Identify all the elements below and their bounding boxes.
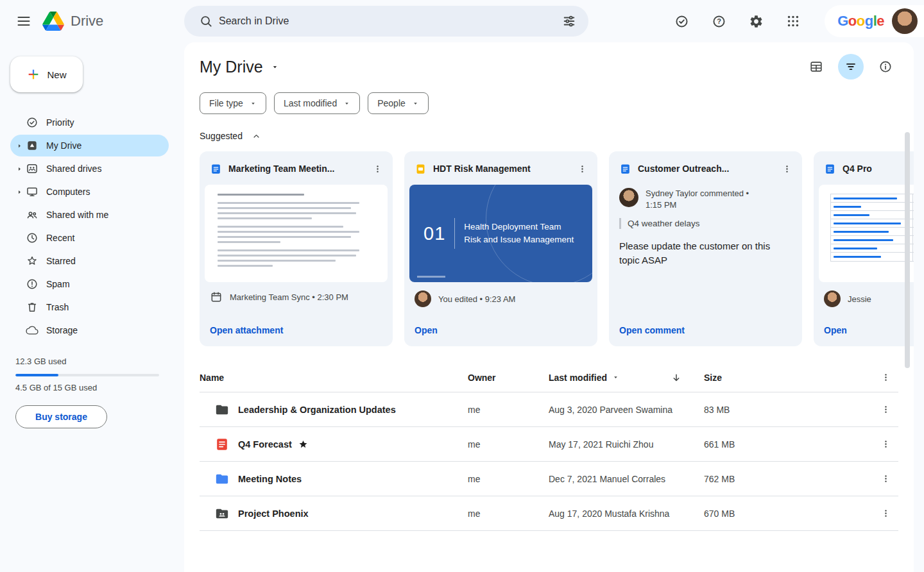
offline-status-button[interactable] (667, 6, 696, 36)
table-row[interactable]: Meeting Notes me Dec 7, 2021 Manuel Corr… (200, 462, 898, 496)
sidebar-item-computers[interactable]: Computers (10, 181, 169, 203)
row-more-button[interactable] (873, 474, 898, 484)
chevron-up-icon[interactable] (252, 131, 261, 141)
editor-avatar (824, 290, 841, 307)
editor-avatar (415, 290, 431, 307)
sidebar-item-my-drive[interactable]: My Drive (10, 135, 169, 156)
slide-number: 01 (424, 223, 445, 244)
sidebar-item-recent[interactable]: Recent (10, 227, 169, 249)
star-icon (26, 255, 38, 267)
new-button-label: New (47, 69, 66, 80)
chip-last-modified[interactable]: Last modified (274, 92, 360, 114)
sidebar-item-label: Computers (46, 187, 90, 197)
open-comment-link[interactable]: Open comment (609, 316, 802, 346)
chip-file-type[interactable]: File type (200, 92, 266, 114)
card-more-button[interactable] (368, 160, 386, 178)
computers-icon (26, 185, 38, 198)
open-attachment-link[interactable]: Open attachment (200, 316, 393, 346)
svg-text:?: ? (717, 17, 721, 25)
top-app-bar: Drive ? (0, 0, 924, 42)
card-more-button[interactable] (573, 160, 591, 178)
browser-profile-pill[interactable]: Google (825, 5, 924, 37)
chip-label: People (377, 98, 406, 108)
main-content: My Drive File type Last modified People (184, 42, 914, 572)
drive-brand[interactable]: Drive (40, 12, 103, 31)
header-name[interactable]: Name (200, 373, 468, 383)
file-list-header: Name Owner Last modified Size (200, 363, 898, 392)
sidebar-item-label: Priority (46, 117, 74, 128)
sidebar-item-label: Trash (46, 302, 69, 312)
document-preview[interactable] (205, 185, 388, 282)
card-more-button[interactable] (778, 160, 796, 178)
document-preview[interactable] (819, 185, 914, 282)
sidebar-item-trash[interactable]: Trash (10, 296, 169, 318)
header-more-button[interactable] (873, 373, 898, 382)
file-owner: me (468, 405, 549, 415)
help-icon: ? (712, 14, 726, 29)
file-size: 670 MB (704, 509, 873, 519)
caret-down-icon (412, 100, 419, 107)
row-more-button[interactable] (873, 439, 898, 449)
row-more-button[interactable] (873, 405, 898, 414)
suggestion-card-customer-outreach[interactable]: Customer Outreach... Sydney Taylor comme… (609, 151, 802, 346)
card-title: Marketing Team Meetin... (228, 164, 362, 174)
sort-direction-icon[interactable] (671, 372, 682, 383)
scrollbar-thumb[interactable] (905, 132, 910, 368)
caret-down-icon (250, 100, 257, 107)
card-meta: You edited • 9:23 AM (404, 282, 597, 307)
hamburger-menu-button[interactable] (9, 6, 38, 36)
sidebar-item-spam[interactable]: Spam (10, 273, 169, 295)
suggested-cards: Marketing Team Meetin... Marketing Team … (184, 151, 914, 346)
sidebar-item-shared-with-me[interactable]: Shared with me (10, 204, 169, 226)
card-title: Customer Outreach... (638, 164, 771, 174)
expand-chevron-icon[interactable] (14, 189, 24, 195)
docs-file-icon (210, 163, 222, 175)
user-avatar[interactable] (892, 8, 918, 34)
settings-button[interactable] (741, 6, 771, 36)
header-actions: ? Google (667, 5, 924, 37)
slide-preview[interactable]: 01 Health Deployment Team Risk and Issue… (409, 185, 592, 282)
apps-grid-icon (786, 14, 800, 28)
card-meta-text: You edited • 9:23 AM (438, 294, 515, 304)
file-name: Project Phoenix (238, 509, 309, 519)
sidebar-item-priority[interactable]: Priority (10, 112, 169, 133)
file-last-modified: May 17, 2021 Ruichi Zhou (549, 439, 704, 450)
expand-chevron-icon[interactable] (14, 143, 24, 149)
row-more-button[interactable] (873, 509, 898, 518)
google-apps-button[interactable] (778, 6, 808, 36)
details-button[interactable] (873, 54, 898, 80)
sidebar-item-shared-drives[interactable]: Shared drives (10, 158, 169, 180)
storage-cloud-icon (26, 324, 38, 337)
table-row[interactable]: Leadership & Organization Updates me Aug… (200, 392, 898, 427)
settings-gear-icon (749, 14, 764, 29)
buy-storage-button[interactable]: Buy storage (15, 405, 107, 428)
table-row[interactable]: Q4 Forecast me May 17, 2021 Ruichi Zhou … (200, 427, 898, 462)
sidebar-item-starred[interactable]: Starred (10, 250, 169, 272)
header-owner[interactable]: Owner (468, 373, 549, 383)
advanced-search-button[interactable] (556, 8, 582, 34)
suggested-label: Suggested (200, 131, 243, 141)
help-button[interactable]: ? (704, 6, 733, 36)
suggestion-card-q4-proposal[interactable]: Q4 Pro Jessie Open (814, 151, 914, 346)
header-size[interactable]: Size (704, 373, 873, 383)
new-button[interactable]: New (10, 56, 83, 92)
storage-used-text: 12.3 GB used (15, 357, 159, 366)
card-header: Customer Outreach... (609, 151, 802, 185)
header-last-modified[interactable]: Last modified (549, 372, 704, 383)
open-link[interactable]: Open (814, 316, 914, 346)
tune-icon (562, 14, 576, 28)
search-bar[interactable] (184, 6, 588, 37)
suggestion-card-hdt-risk[interactable]: HDT Risk Management 01 Health Deployment… (404, 151, 597, 346)
file-last-modified: Dec 7, 2021 Manuel Corrales (549, 474, 704, 484)
suggestion-card-marketing[interactable]: Marketing Team Meetin... Marketing Team … (200, 151, 393, 346)
open-link[interactable]: Open (404, 316, 597, 346)
expand-chevron-icon[interactable] (14, 166, 24, 172)
table-row[interactable]: Project Phoenix me Aug 17, 2020 Mustafa … (200, 496, 898, 531)
search-input[interactable] (219, 15, 556, 27)
search-button[interactable] (193, 8, 219, 34)
chip-people[interactable]: People (368, 92, 429, 114)
page-title-dropdown[interactable]: My Drive (200, 58, 279, 76)
filter-button[interactable] (838, 54, 864, 80)
grid-view-button[interactable] (803, 54, 829, 80)
sidebar-item-storage[interactable]: Storage (10, 319, 169, 341)
